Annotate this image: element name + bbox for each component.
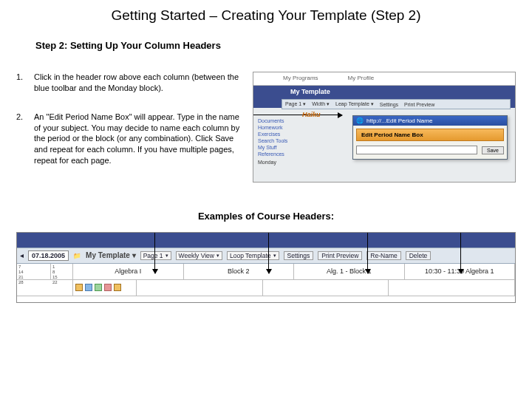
day-cell[interactable] — [389, 280, 515, 296]
examples-heading: Examples of Course Headers: — [0, 211, 532, 222]
edit-period-dialog: 🌐 http://...Edit Period Name Edit Period… — [352, 115, 508, 160]
folder-icon: 📁 — [73, 252, 81, 259]
toolbar-item[interactable]: Print Preview — [404, 102, 434, 107]
pointer-arrow-down — [367, 233, 368, 273]
tool-icon[interactable] — [95, 284, 102, 291]
period-name-input[interactable] — [356, 146, 477, 154]
instruction-item: 1. Click in the header row above each co… — [16, 72, 253, 94]
toolbar-item[interactable]: Settings — [380, 102, 398, 107]
view-dropdown[interactable]: Weekly View — [176, 251, 222, 260]
blue-toolbar — [17, 233, 515, 248]
tool-icon[interactable] — [114, 284, 121, 291]
figure-course-headers-example: ◂ 07.18.2005 📁 My Template ▾ Page 1 Week… — [16, 232, 516, 303]
settings-button[interactable]: Settings — [284, 251, 314, 260]
planner-toolbar: ◂ 07.18.2005 📁 My Template ▾ Page 1 Week… — [17, 248, 515, 264]
pointer-arrow-down — [154, 233, 155, 273]
topbar-right: My Profile — [348, 75, 375, 83]
instruction-number: 1. — [16, 72, 34, 94]
sidebar-link[interactable]: Exercises — [258, 132, 324, 137]
save-button[interactable]: Save — [482, 146, 504, 154]
haiku-label: Haiku — [302, 111, 324, 118]
globe-icon: 🌐 — [356, 117, 364, 124]
sidebar-link[interactable]: Search Tools — [258, 138, 324, 143]
row-icons — [73, 280, 137, 296]
page-dropdown[interactable]: Page 1 — [140, 251, 171, 260]
template-dropdown[interactable]: My Template ▾ — [86, 251, 136, 259]
toolbar-item[interactable]: Width ▾ — [312, 101, 330, 107]
day-label-cell — [17, 280, 73, 296]
print-preview-button[interactable]: Print Preview — [318, 251, 362, 260]
instruction-number: 2. — [16, 112, 34, 166]
rename-button[interactable]: Re-Name — [366, 251, 400, 260]
page-title: Getting Started – Creating Your Template… — [0, 0, 532, 24]
planner-toolbar: Page 1 ▾ Width ▾ Leap Template ▾ Setting… — [282, 99, 511, 109]
day-cell[interactable] — [137, 280, 263, 296]
dialog-heading: Edit Period Name Box — [356, 129, 504, 141]
step-heading: Step 2: Setting Up Your Column Headers — [35, 40, 532, 51]
monday-label: Monday — [258, 160, 324, 165]
tool-icon[interactable] — [85, 284, 92, 291]
calendar-nums-col: 1 8 15 22 — [51, 264, 73, 279]
toolbar-item[interactable]: Page 1 ▾ — [285, 101, 306, 107]
sidebar-link[interactable]: Homework — [258, 125, 324, 130]
column-header[interactable]: Algebra I — [73, 264, 184, 279]
pointer-arrow-down — [460, 233, 461, 273]
tool-icon[interactable] — [104, 284, 112, 291]
instruction-text: An "Edit Period Name Box" will appear. T… — [34, 112, 253, 166]
instructions-block: 1. Click in the header row above each co… — [16, 72, 253, 184]
toolbar-item[interactable]: Leap Template ▾ — [335, 101, 374, 107]
dialog-titlebar: 🌐 http://...Edit Period Name — [353, 116, 507, 126]
sidebar-link[interactable]: References — [258, 151, 324, 157]
day-cell[interactable] — [263, 280, 389, 296]
pointer-arrow-down — [268, 233, 269, 273]
template-label: My Template — [290, 88, 330, 95]
sidebar-link[interactable]: Documents — [258, 118, 324, 123]
column-header[interactable]: Block 2 — [184, 264, 295, 279]
browser-tab-bar: My Programs My Profile — [253, 72, 515, 86]
topbar-left: My Programs — [283, 75, 318, 83]
delete-button[interactable]: Delete — [406, 251, 432, 260]
date-display[interactable]: 07.18.2005 — [28, 250, 69, 261]
calendar-nums-col: 7 14 21 28 — [17, 264, 51, 279]
dialog-url: http://...Edit Period Name — [366, 117, 432, 124]
column-header[interactable]: Alg. 1 - Block 1 — [294, 264, 405, 279]
instruction-item: 2. An "Edit Period Name Box" will appear… — [16, 112, 253, 166]
tool-icon[interactable] — [75, 284, 83, 291]
loop-template-dropdown[interactable]: Loop Template — [227, 251, 279, 260]
instruction-text: Click in the header row above each colum… — [34, 72, 253, 94]
figure-edit-period-dialog: My Programs My Profile My Template Page … — [253, 72, 516, 183]
sidebar-links: Haiku Documents Homework Exercises Searc… — [258, 112, 324, 166]
sidebar-link[interactable]: My Stuff — [258, 145, 324, 150]
day-row — [17, 280, 515, 296]
calendar-icon[interactable]: ◂ — [20, 251, 24, 259]
